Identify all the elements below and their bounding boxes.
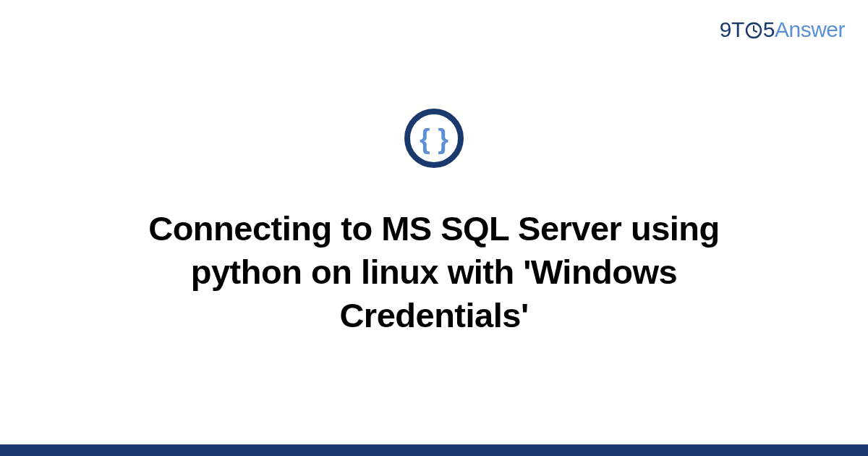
svg-text:{ }: { } xyxy=(420,124,448,154)
curly-braces-icon: { } xyxy=(403,107,465,172)
page-title: Connecting to MS SQL Server using python… xyxy=(109,207,760,337)
bottom-accent-bar xyxy=(0,444,868,456)
main-content: { } Connecting to MS SQL Server using py… xyxy=(0,0,868,444)
